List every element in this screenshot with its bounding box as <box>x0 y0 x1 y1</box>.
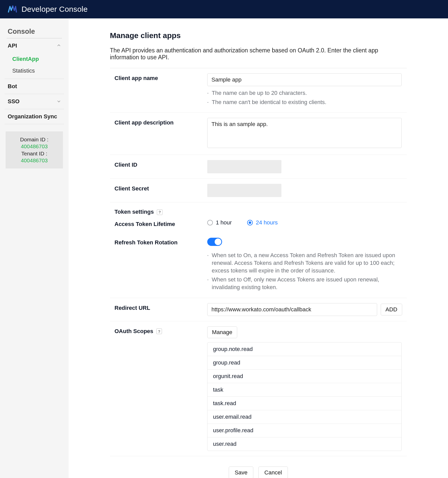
scopes-list: group.note.read group.read orgunit.read … <box>207 342 402 451</box>
scope-item: task <box>207 383 401 397</box>
domain-id-value: 400486703 <box>21 143 48 149</box>
row-token-settings: Token settings ? <box>110 202 407 218</box>
value-client-id <box>207 160 281 173</box>
nav-item-clientapp[interactable]: ClientApp <box>5 53 64 65</box>
app-title: Developer Console <box>21 5 88 14</box>
scope-item: orgunit.read <box>207 370 401 383</box>
scope-item: task.read <box>207 397 401 410</box>
tenant-id-value: 400486703 <box>21 157 48 163</box>
input-client-app-name[interactable] <box>207 73 402 86</box>
nav-group-orgsync: Organization Sync <box>5 109 64 124</box>
label-token-settings-text: Token settings <box>115 209 154 215</box>
cancel-button[interactable]: Cancel <box>258 466 288 478</box>
input-client-app-desc[interactable]: This is an sample app. <box>207 118 402 148</box>
scope-item: user.email.read <box>207 410 401 424</box>
radio-label: 24 hours <box>256 219 278 226</box>
radio-24-hours[interactable]: 24 hours <box>247 219 278 226</box>
top-bar: Developer Console <box>0 0 448 18</box>
input-redirect-url[interactable] <box>207 303 377 316</box>
page-title: Manage client apps <box>110 31 407 40</box>
page-description: The API provides an authentication and a… <box>110 47 407 61</box>
form-actions: Save Cancel <box>110 456 407 478</box>
row-oauth-scopes: OAuth Scopes ? Manage group.note.read gr… <box>110 321 407 456</box>
radio-dot-icon <box>207 220 213 225</box>
nav-item-statistics[interactable]: Statistics <box>5 65 64 77</box>
radio-dot-icon <box>247 220 253 225</box>
save-button[interactable]: Save <box>229 466 253 478</box>
hint-name-2: The name can't be identical to existing … <box>207 98 397 106</box>
label-client-secret: Client Secret <box>110 184 207 197</box>
nav-label: SSO <box>8 98 19 105</box>
nav-group-sso: SSO <box>5 94 64 109</box>
row-client-app-name: Client app name The name can be up to 20… <box>110 68 407 113</box>
label-token-settings: Token settings ? <box>110 209 207 215</box>
manage-scopes-button[interactable]: Manage <box>207 326 237 338</box>
scope-item: user.read <box>207 437 401 451</box>
nav-group-bot: Bot <box>5 79 64 94</box>
chevron-down-icon <box>57 98 61 105</box>
app-logo-icon <box>8 5 17 14</box>
add-redirect-button[interactable]: ADD <box>381 304 402 315</box>
label-client-id: Client ID <box>110 160 207 173</box>
hint-rotation-off: When set to Off, only new Access Tokens … <box>207 276 397 291</box>
label-client-app-name: Client app name <box>110 73 207 107</box>
label-redirect-url: Redirect URL <box>110 303 207 316</box>
sidebar: Console API ClientApp Statistics Bot <box>0 18 69 478</box>
hint-name-1: The name can be up to 20 characters. <box>207 89 397 97</box>
nav-label: Organization Sync <box>8 113 57 120</box>
row-access-token-lifetime: Access Token Lifetime 1 hour 24 hours <box>110 218 407 233</box>
help-icon[interactable]: ? <box>156 328 162 334</box>
label-access-token-lifetime: Access Token Lifetime <box>110 219 207 227</box>
nav-header-bot[interactable]: Bot <box>5 79 64 94</box>
nav-header-sso[interactable]: SSO <box>5 94 64 109</box>
toggle-knob-icon <box>215 238 221 245</box>
main-content: Manage client apps The API provides an a… <box>69 18 448 478</box>
label-client-app-desc: Client app description <box>110 118 207 150</box>
sidebar-heading: Console <box>8 28 62 36</box>
nav-header-api[interactable]: API <box>5 38 64 53</box>
radio-1-hour[interactable]: 1 hour <box>207 219 232 226</box>
row-refresh-token-rotation: Refresh Token Rotation When set to On, a… <box>110 233 407 298</box>
tenant-info-box: Domain ID : 400486703 Tenant ID : 400486… <box>6 131 63 168</box>
nav-group-api: API ClientApp Statistics <box>5 38 64 79</box>
row-client-secret: Client Secret <box>110 179 407 202</box>
help-icon[interactable]: ? <box>157 209 162 215</box>
nav-label: Bot <box>8 83 17 90</box>
hint-rotation-on: When set to On, a new Access Token and R… <box>207 252 397 274</box>
nav-label: API <box>8 42 17 49</box>
chevron-up-icon <box>57 42 61 49</box>
row-redirect-url: Redirect URL ADD <box>110 298 407 321</box>
label-oauth-scopes-text: OAuth Scopes <box>115 328 154 334</box>
value-client-secret <box>207 184 281 197</box>
tenant-id-label: Tenant ID : <box>21 151 47 156</box>
domain-id-label: Domain ID : <box>20 136 49 142</box>
nav-header-orgsync[interactable]: Organization Sync <box>5 109 64 124</box>
scope-item: group.read <box>207 356 401 370</box>
scope-item: group.note.read <box>207 343 401 356</box>
label-oauth-scopes: OAuth Scopes ? <box>110 326 207 451</box>
row-client-id: Client ID <box>110 155 407 179</box>
toggle-refresh-rotation[interactable] <box>207 238 222 246</box>
scope-item: user.profile.read <box>207 424 401 437</box>
label-refresh-token-rotation: Refresh Token Rotation <box>110 238 207 292</box>
row-client-app-desc: Client app description This is an sample… <box>110 113 407 155</box>
radio-label: 1 hour <box>216 219 232 226</box>
